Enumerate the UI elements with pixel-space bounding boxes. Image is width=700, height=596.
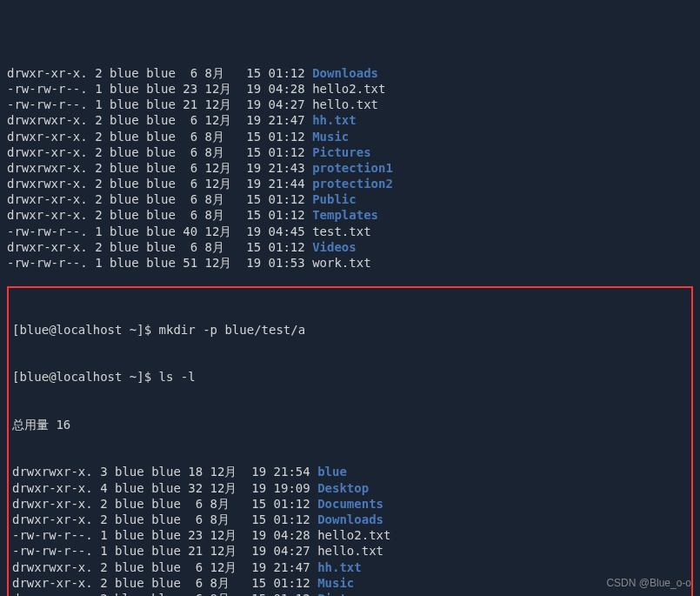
directory-name: Downloads — [312, 66, 378, 80]
file-name: hello2.txt — [312, 82, 385, 96]
file-name: hello.txt — [312, 97, 378, 111]
file-name: hello2.txt — [317, 528, 390, 542]
file-listing-row: -rw-rw-r--. 1 blue blue 23 12月 19 04:28 … — [12, 527, 688, 543]
file-metadata: drwxr-xr-x. 2 blue blue 6 8月 15 01:12 — [7, 240, 312, 254]
command-line[interactable]: [blue@localhost ~]$ mkdir -p blue/test/a — [12, 322, 688, 338]
file-listing-row: drwxr-xr-x. 2 blue blue 6 8月 15 01:12 Do… — [7, 65, 693, 81]
file-listing-row: drwxrwxr-x. 2 blue blue 6 12月 19 21:44 p… — [7, 176, 693, 191]
highlighted-command-box: [blue@localhost ~]$ mkdir -p blue/test/a… — [7, 286, 693, 596]
file-metadata: drwxr-xr-x. 2 blue blue 6 8月 15 01:12 — [7, 192, 312, 206]
file-name: test.txt — [312, 224, 370, 238]
directory-name: Public — [312, 192, 357, 206]
file-metadata: drwxrwxr-x. 3 blue blue 18 12月 19 21:54 — [12, 465, 317, 479]
file-metadata: -rw-rw-r--. 1 blue blue 21 12月 19 04:27 — [12, 544, 317, 558]
directory-name: hh.txt — [312, 113, 357, 127]
file-listing-row: drwxrwxr-x. 3 blue blue 18 12月 19 21:54 … — [12, 464, 688, 479]
directory-name: protection2 — [312, 177, 393, 191]
file-metadata: drwxr-xr-x. 2 blue blue 6 8月 15 01:12 — [7, 145, 312, 159]
file-listing-row: drwxr-xr-x. 4 blue blue 32 12月 19 19:09 … — [12, 480, 688, 496]
file-listing-row: drwxr-xr-x. 2 blue blue 6 8月 15 01:12 Mu… — [7, 129, 693, 144]
file-listing-row: drwxr-xr-x. 2 blue blue 6 8月 15 01:12 Do… — [12, 512, 688, 527]
directory-name: Music — [312, 130, 349, 144]
file-listing-row: -rw-rw-r--. 1 blue blue 40 12月 19 04:45 … — [7, 224, 693, 239]
file-metadata: drwxrwxr-x. 2 blue blue 6 12月 19 21:43 — [7, 161, 312, 175]
directory-name: Downloads — [317, 512, 383, 526]
file-metadata: drwxrwxr-x. 2 blue blue 6 12月 19 21:47 — [12, 560, 317, 574]
directory-name: Templates — [312, 208, 378, 222]
file-name: work.txt — [312, 256, 370, 270]
file-listing-row: drwxr-xr-x. 2 blue blue 6 8月 15 01:12 Do… — [12, 496, 688, 512]
prompt: [blue@localhost ~]$ — [12, 323, 159, 337]
prompt: [blue@localhost ~]$ — [12, 370, 159, 384]
directory-name: Documents — [317, 497, 383, 511]
file-metadata: drwxr-xr-x. 4 blue blue 32 12月 19 19:09 — [12, 481, 317, 495]
directory-name: hh.txt — [317, 560, 362, 574]
file-listing-row: drwxr-xr-x. 2 blue blue 6 8月 15 01:12 Pi… — [7, 144, 693, 160]
file-metadata: drwxr-xr-x. 2 blue blue 6 8月 15 01:12 — [7, 208, 312, 222]
file-listing-row: drwxrwxr-x. 2 blue blue 6 12月 19 21:47 h… — [7, 112, 693, 128]
file-metadata: -rw-rw-r--. 1 blue blue 23 12月 19 04:28 — [12, 528, 317, 542]
file-metadata: drwxrwxr-x. 2 blue blue 6 12月 19 21:47 — [7, 113, 312, 127]
directory-name: protection1 — [312, 161, 393, 175]
directory-name: Desktop — [317, 481, 369, 495]
directory-name: Pictures — [317, 592, 376, 596]
file-metadata: drwxrwxr-x. 2 blue blue 6 12月 19 21:44 — [7, 177, 312, 191]
ls-output: drwxrwxr-x. 3 blue blue 18 12月 19 21:54 … — [12, 464, 688, 596]
command-text: mkdir -p blue/test/a — [159, 323, 306, 337]
directory-name: Music — [317, 576, 354, 590]
file-metadata: drwxr-xr-x. 2 blue blue 6 8月 15 01:12 — [12, 512, 317, 526]
file-listing-row: -rw-rw-r--. 1 blue blue 51 12月 19 01:53 … — [7, 255, 693, 271]
file-metadata: drwxr-xr-x. 2 blue blue 6 8月 15 01:12 — [7, 130, 312, 144]
file-metadata: -rw-rw-r--. 1 blue blue 51 12月 19 01:53 — [7, 256, 312, 270]
file-metadata: drwxr-xr-x. 2 blue blue 6 8月 15 01:12 — [12, 576, 317, 590]
file-listing-row: drwxr-xr-x. 2 blue blue 6 8月 15 01:12 Pu… — [7, 191, 693, 207]
directory-name: Pictures — [312, 145, 370, 159]
command-text: ls -l — [159, 370, 196, 384]
file-listing-row: drwxr-xr-x. 2 blue blue 6 8月 15 01:12 Mu… — [12, 575, 688, 591]
directory-name: blue — [317, 465, 347, 479]
file-listing-row: -rw-rw-r--. 1 blue blue 21 12月 19 04:27 … — [12, 543, 688, 559]
file-listing-row: drwxr-xr-x. 2 blue blue 6 8月 15 01:12 Vi… — [7, 239, 693, 255]
total-line: 总用量 16 — [12, 417, 688, 432]
file-listing-row: drwxrwxr-x. 2 blue blue 6 12月 19 21:43 p… — [7, 160, 693, 176]
directory-name: Videos — [312, 240, 357, 254]
file-metadata: -rw-rw-r--. 1 blue blue 40 12月 19 04:45 — [7, 224, 312, 238]
file-listing-row: -rw-rw-r--. 1 blue blue 23 12月 19 04:28 … — [7, 81, 693, 97]
file-listing-row: -rw-rw-r--. 1 blue blue 21 12月 19 04:27 … — [7, 97, 693, 112]
command-line[interactable]: [blue@localhost ~]$ ls -l — [12, 369, 688, 385]
file-name: hello.txt — [317, 544, 383, 558]
terminal-output-top: drwxr-xr-x. 2 blue blue 6 8月 15 01:12 Do… — [7, 65, 693, 271]
file-metadata: drwxr-xr-x. 2 blue blue 6 8月 15 01:12 — [12, 497, 317, 511]
file-metadata: drwxr-xr-x. 2 blue blue 6 8月 15 01:12 — [12, 592, 317, 596]
file-metadata: -rw-rw-r--. 1 blue blue 21 12月 19 04:27 — [7, 97, 312, 111]
file-listing-row: drwxr-xr-x. 2 blue blue 6 8月 15 01:12 Te… — [7, 207, 693, 223]
file-metadata: -rw-rw-r--. 1 blue blue 23 12月 19 04:28 — [7, 82, 312, 96]
file-listing-row: drwxrwxr-x. 2 blue blue 6 12月 19 21:47 h… — [12, 559, 688, 575]
file-listing-row: drwxr-xr-x. 2 blue blue 6 8月 15 01:12 Pi… — [12, 591, 688, 596]
file-metadata: drwxr-xr-x. 2 blue blue 6 8月 15 01:12 — [7, 66, 312, 80]
watermark: CSDN @Blue_o-o — [606, 577, 691, 591]
